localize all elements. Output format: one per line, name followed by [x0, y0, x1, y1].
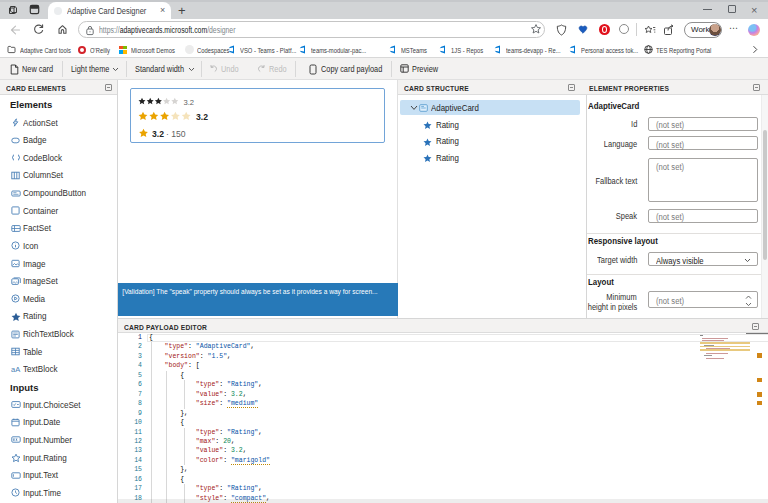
svg-text:aA: aA	[11, 365, 20, 374]
